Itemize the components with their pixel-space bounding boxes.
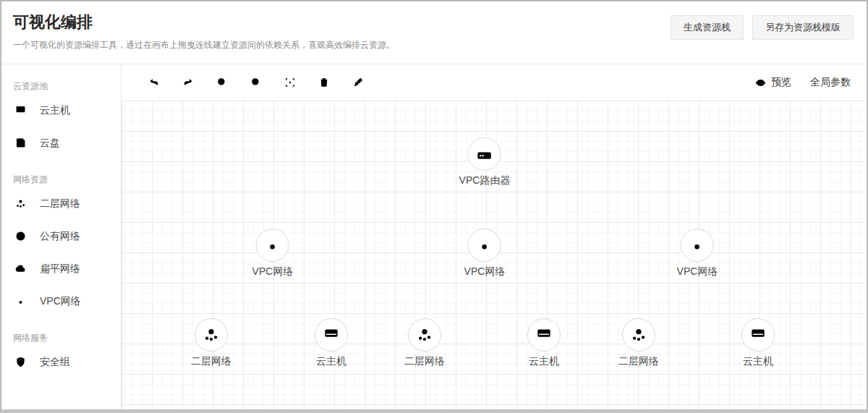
zoom-out-button[interactable] [250,76,263,89]
sidebar-item-label: 云盘 [40,137,60,150]
disk-icon [14,136,27,150]
node-vpc-router[interactable]: VPC路由器 [459,137,511,187]
node-vpc-network[interactable]: VPC网络 [464,229,506,278]
node-l2-network[interactable]: 二层网络 [191,318,231,368]
section-network-resources: 网络资源 二层网络 公有网络 扁平网络 VPC网络 [1,174,121,318]
l2-network-icon [629,325,648,344]
toolbar-right: 预览 全局参数 [754,76,851,89]
page-header: 可视化编排 一个可视化的资源编排工具，通过在画布上拖曳连线建立资源间的依赖关系，… [1,1,867,64]
zoom-in-button[interactable] [216,76,229,89]
sidebar-item-vpc-network[interactable]: VPC网络 [1,285,121,318]
sidebar-item-security-group[interactable]: 安全组 [1,346,121,378]
node-l2-network[interactable]: 二层网络 [404,318,445,368]
section-label: 网络服务 [1,332,121,346]
app-window: 可视化编排 一个可视化的资源编排工具，通过在画布上拖曳连线建立资源间的依赖关系，… [0,0,868,413]
redo-icon [182,76,195,89]
node-circle [622,318,655,352]
vpc-router-icon [475,145,494,163]
sidebar-item-label: 安全组 [40,356,70,369]
sidebar-item-label: 公有网络 [40,230,80,243]
public-network-icon [14,229,27,243]
delete-button[interactable] [318,76,331,89]
global-params-button[interactable]: 全局参数 [810,76,851,89]
node-label: 二层网络 [618,355,659,368]
vpc-network-icon [263,236,282,255]
node-circle [681,229,714,262]
node-vm[interactable]: 云主机 [315,318,348,368]
sidebar-item-label: 云主机 [40,104,70,117]
delete-icon [318,76,331,89]
section-cloud-pool: 云资源池 云主机 云盘 [1,80,121,159]
vm-icon [14,103,27,117]
toolbar-tools [148,76,365,89]
save-as-template-button[interactable]: 另存为资源栈模版 [752,15,854,40]
l2-network-icon [14,197,27,210]
node-label: VPC网络 [252,265,294,278]
node-circle [315,318,348,352]
l2-network-icon [202,325,221,344]
clear-canvas-icon [352,76,365,89]
undo-icon [148,76,161,89]
vpc-network-icon [14,294,27,308]
node-circle [408,318,441,352]
node-label: 二层网络 [191,355,231,368]
node-vpc-network[interactable]: VPC网络 [252,229,294,278]
undo-button[interactable] [148,76,161,89]
vm-icon [322,325,341,344]
sidebar-item-vm[interactable]: 云主机 [1,94,121,127]
node-label: 云主机 [529,355,559,368]
sidebar-item-flat-network[interactable]: 扁平网络 [1,252,121,285]
sidebar-item-public-network[interactable]: 公有网络 [1,220,121,252]
node-label: VPC网络 [677,265,718,278]
vm-icon [749,325,767,344]
clear-canvas-button[interactable] [352,76,365,89]
node-circle [527,318,561,352]
zoom-out-icon [250,76,263,89]
content: 云资源池 云主机 云盘 网络资源 二层网络 公有网络 [1,64,867,409]
generate-stack-button[interactable]: 生成资源栈 [671,15,744,40]
sidebar-item-label: 二层网络 [40,197,80,210]
zoom-in-icon [216,76,229,89]
fit-view-icon [284,76,297,89]
section-label: 云资源池 [1,80,121,94]
node-circle [256,229,289,262]
header-actions: 生成资源栈 另存为资源栈模版 [671,15,854,40]
fit-view-button[interactable] [284,76,297,89]
sidebar-item-label: VPC网络 [40,295,81,308]
section-label: 网络资源 [1,174,121,187]
node-circle [741,318,775,352]
section-network-services: 网络服务 安全组 [1,332,121,378]
node-circle [468,137,501,171]
node-label: 二层网络 [404,355,445,368]
page-subtitle: 一个可视化的资源编排工具，通过在画布上拖曳连线建立资源间的依赖关系，直观高效编排… [13,39,395,51]
node-label: 云主机 [316,355,346,368]
node-vm[interactable]: 云主机 [527,318,561,368]
sidebar-item-disk[interactable]: 云盘 [1,127,121,159]
node-vm[interactable]: 云主机 [741,318,775,368]
node-circle [468,229,501,262]
canvas-grid[interactable]: VPC路由器 VPC网络 VPC网络 VPC网络 二层网络 [122,101,867,409]
orchestration-canvas: 预览 全局参数 VPC路由器 VPC网络 [122,64,867,409]
l2-network-icon [415,325,434,344]
page-title: 可视化编排 [13,12,395,33]
eye-icon [754,77,767,89]
node-l2-network[interactable]: 二层网络 [618,318,659,368]
vpc-network-icon [688,236,707,255]
preview-button[interactable]: 预览 [754,76,791,89]
node-circle [195,318,228,352]
canvas-toolbar: 预览 全局参数 [122,64,867,101]
flat-network-icon [14,262,27,276]
sidebar-item-l2-network[interactable]: 二层网络 [1,187,121,220]
vpc-network-icon [475,236,494,255]
vm-icon [535,325,553,344]
node-label: 云主机 [743,355,773,368]
node-vpc-network[interactable]: VPC网络 [677,229,718,278]
node-label: VPC网络 [464,265,506,278]
node-label: VPC路由器 [459,174,511,187]
security-group-icon [14,355,27,369]
header-titles: 可视化编排 一个可视化的资源编排工具，通过在画布上拖曳连线建立资源间的依赖关系，… [13,12,395,51]
redo-button[interactable] [182,76,195,89]
preview-label: 预览 [771,76,791,89]
resource-sidebar: 云资源池 云主机 云盘 网络资源 二层网络 公有网络 [1,64,122,409]
sidebar-item-label: 扁平网络 [40,263,80,276]
